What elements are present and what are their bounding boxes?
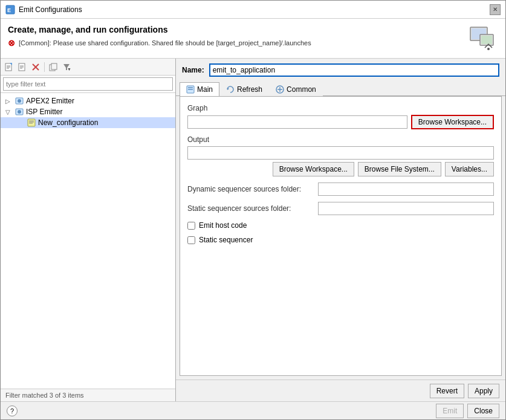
expand-icon-isp: ▽ <box>5 109 13 115</box>
graph-input[interactable] <box>187 115 407 129</box>
main-tab-icon <box>186 85 195 94</box>
tabs-bar: Main Refresh Common <box>176 82 505 96</box>
dialog-header: Create, manage, and run configurations ⊗… <box>1 19 505 59</box>
left-footer: Filter matched 3 of 3 items <box>1 389 175 401</box>
emit-host-code-label: Emit host code <box>199 221 247 230</box>
bottom-bar: ? Emit Close <box>1 401 505 419</box>
filter-box <box>1 76 175 93</box>
tab-main-label: Main <box>197 85 213 94</box>
svg-text:E: E <box>7 7 11 13</box>
static-sequencer-row: Static sequencer <box>187 236 494 244</box>
filter-input[interactable] <box>3 77 173 91</box>
tree-area: ▷ APEX2 Emitter ▽ ISP Emitter New_config… <box>1 93 175 389</box>
static-folder-label: Static sequencer sources folder: <box>187 204 314 213</box>
svg-text:▼: ▼ <box>67 67 71 71</box>
new-file-button[interactable] <box>16 61 28 73</box>
output-input-row <box>187 146 494 160</box>
svg-point-22 <box>18 99 21 103</box>
tab-refresh-label: Refresh <box>237 85 262 94</box>
bottom-buttons: Emit Close <box>436 404 499 418</box>
tab-common-label: Common <box>287 85 316 94</box>
tab-main[interactable]: Main <box>180 82 219 96</box>
tree-item-apex2[interactable]: ▷ APEX2 Emitter <box>1 95 175 106</box>
main-content-area: Graph Browse Workspace... Output Browse … <box>180 96 502 376</box>
help-button[interactable]: ? <box>7 405 18 416</box>
browse-workspace-output-button[interactable]: Browse Workspace... <box>273 162 354 176</box>
left-panel: ▼ ▷ APEX2 Emitter ▽ ISP Emitter <box>1 59 176 401</box>
output-label: Output <box>187 135 494 144</box>
output-group: Output Browse Workspace... Browse File S… <box>187 135 494 176</box>
close-window-button[interactable]: ✕ <box>490 4 501 15</box>
dynamic-folder-input[interactable] <box>318 183 494 196</box>
warning-bar: ⊗ [Common]: Please use shared configurat… <box>8 37 311 49</box>
emit-configurations-dialog: E Emit Configurations ✕ Create, manage, … <box>0 0 506 420</box>
emit-host-code-checkbox[interactable] <box>187 222 195 230</box>
svg-rect-5 <box>481 36 492 44</box>
common-tab-icon <box>276 85 284 94</box>
variables-button[interactable]: Variables... <box>445 162 494 176</box>
duplicate-button[interactable] <box>47 61 59 73</box>
tab-common[interactable]: Common <box>269 82 323 96</box>
emit-host-code-row: Emit host code <box>187 221 494 230</box>
refresh-tab-icon <box>226 85 235 94</box>
expand-icon: ▷ <box>5 98 13 105</box>
right-panel: Name: Main Refresh Common <box>176 59 505 401</box>
graph-label: Graph <box>187 104 494 112</box>
svg-rect-25 <box>28 119 35 126</box>
dynamic-folder-label: Dynamic sequencer sources folder: <box>187 185 314 193</box>
name-label: Name: <box>182 66 204 74</box>
static-sequencer-checkbox[interactable] <box>187 236 195 244</box>
output-buttons-row: Browse Workspace... Browse File System..… <box>187 162 494 176</box>
filter-status: Filter matched 3 of 3 items <box>5 392 84 399</box>
new-config-button[interactable] <box>3 61 15 73</box>
svg-rect-18 <box>51 63 57 69</box>
dialog-heading: Create, manage, and run configurations <box>8 25 311 34</box>
name-input[interactable] <box>209 63 499 77</box>
dialog-body: ▼ ▷ APEX2 Emitter ▽ ISP Emitter <box>1 59 505 401</box>
apply-button[interactable]: Apply <box>468 384 499 398</box>
browse-filesystem-button[interactable]: Browse File System... <box>358 162 441 176</box>
toolbar-separator <box>44 62 45 72</box>
launch-config-icon <box>468 22 498 53</box>
static-sequencer-label: Static sequencer <box>199 236 253 244</box>
svg-point-24 <box>18 110 21 114</box>
svg-marker-32 <box>227 88 229 90</box>
static-folder-input[interactable] <box>318 202 494 215</box>
delete-config-button[interactable] <box>30 61 42 73</box>
revert-button[interactable]: Revert <box>430 384 464 398</box>
tree-item-new-config[interactable]: New_configuration <box>1 117 175 128</box>
dialog-title: Emit Configurations <box>19 5 82 14</box>
tree-item-apex2-label: APEX2 Emitter <box>26 97 74 105</box>
config-footer: Revert Apply <box>176 380 505 401</box>
dynamic-folder-row: Dynamic sequencer sources folder: <box>187 183 494 196</box>
title-bar-left: E Emit Configurations <box>5 5 82 15</box>
config-icon <box>27 118 36 127</box>
browse-workspace-graph-button[interactable]: Browse Workspace... <box>411 115 494 129</box>
tree-item-isp[interactable]: ▽ ISP Emitter <box>1 106 175 117</box>
tab-refresh[interactable]: Refresh <box>219 82 269 96</box>
left-toolbar: ▼ <box>1 59 175 76</box>
close-button[interactable]: Close <box>467 404 499 418</box>
svg-point-6 <box>487 48 490 50</box>
static-folder-row: Static sequencer sources folder: <box>187 202 494 215</box>
emitter-icon-isp <box>15 108 24 116</box>
tree-item-isp-label: ISP Emitter <box>26 108 62 116</box>
tree-item-new-config-label: New_configuration <box>38 118 98 127</box>
warning-text: [Common]: Please use shared configuratio… <box>19 39 311 47</box>
output-input[interactable] <box>187 146 494 160</box>
name-row: Name: <box>176 59 505 82</box>
dialog-icon: E <box>5 5 15 15</box>
graph-field-row: Browse Workspace... <box>187 115 494 129</box>
emit-button[interactable]: Emit <box>436 404 464 418</box>
emitter-icon <box>15 97 24 105</box>
warning-icon: ⊗ <box>8 38 15 48</box>
filter-dropdown-button[interactable]: ▼ <box>60 61 73 73</box>
title-bar: E Emit Configurations ✕ <box>1 1 505 19</box>
graph-group: Graph Browse Workspace... <box>187 104 494 129</box>
